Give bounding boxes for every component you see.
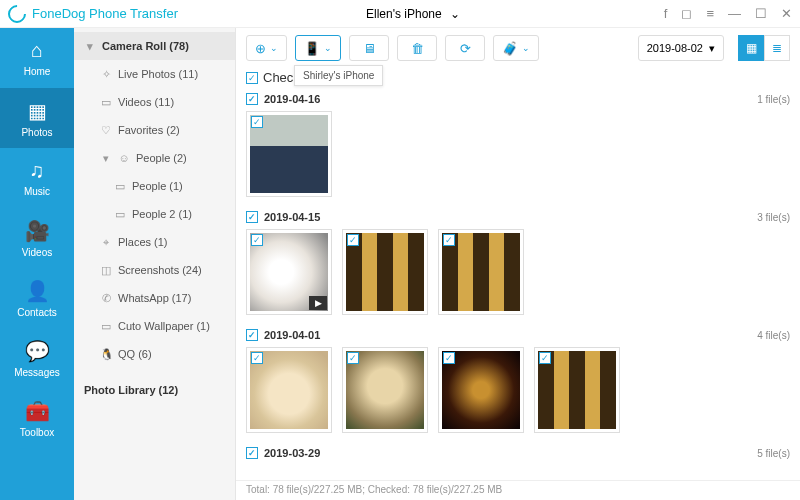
list-view-button[interactable]: ≣ [764, 35, 790, 61]
titlebar: FoneDog Phone Transfer Ellen's iPhone ⌄ … [0, 0, 800, 28]
photo-group: 2019-04-014 file(s) [246, 327, 790, 437]
sidebar-item[interactable]: ◫Screenshots (24) [74, 256, 235, 284]
photo-thumb[interactable] [246, 111, 332, 197]
menu-icon[interactable]: ≡ [706, 6, 714, 21]
photo-thumb[interactable] [342, 229, 428, 315]
photo-thumb[interactable] [534, 347, 620, 433]
photo-thumb[interactable] [438, 347, 524, 433]
sidebar-item-people[interactable]: ▾ ☺ People (2) [74, 144, 235, 172]
folder-icon: ♡ [100, 124, 112, 137]
nav-messages[interactable]: 💬Messages [0, 328, 74, 388]
app-logo-icon [4, 1, 29, 26]
photo-group: 2019-04-153 file(s)▶ [246, 209, 790, 319]
thumb-checkbox[interactable] [347, 234, 359, 246]
toolbar: ⊕ ⌄ 📱 ⌄ 🖥 🗑 ⟳ 🧳 ⌄ 2019-08-02 ▾ ▦ ≣ Shirl… [236, 28, 800, 68]
group-header[interactable]: 2019-03-295 file(s) [246, 445, 790, 461]
sidebar-item[interactable]: ✧Live Photos (11) [74, 60, 235, 88]
people-icon: ☺ [118, 152, 130, 164]
chevron-down-icon: ⌄ [450, 7, 460, 21]
status-bar: Total: 78 file(s)/227.25 MB; Checked: 78… [236, 480, 800, 500]
delete-button[interactable]: 🗑 [397, 35, 437, 61]
group-checkbox[interactable] [246, 447, 258, 459]
minimize-icon[interactable]: — [728, 6, 741, 21]
folder-icon: ✆ [100, 292, 112, 305]
refresh-button[interactable]: ⟳ [445, 35, 485, 61]
export-to-pc-button[interactable]: 🖥 [349, 35, 389, 61]
folder-icon: ▭ [100, 320, 112, 333]
contacts-icon: 👤 [25, 279, 50, 303]
photos-icon: ▦ [28, 99, 47, 123]
app-name: FoneDog Phone Transfer [32, 6, 178, 21]
photo-groups: 2019-04-161 file(s)2019-04-153 file(s)▶2… [236, 91, 800, 480]
video-badge-icon: ▶ [309, 296, 327, 310]
group-checkbox[interactable] [246, 329, 258, 341]
sidebar-item[interactable]: ▭Videos (11) [74, 88, 235, 116]
home-icon: ⌂ [31, 39, 43, 62]
sidebar-item[interactable]: ♡Favorites (2) [74, 116, 235, 144]
sidebar-item[interactable]: ▭People (1) [74, 172, 235, 200]
photo-thumb[interactable] [342, 347, 428, 433]
folder-icon: ▭ [100, 96, 112, 109]
facebook-icon[interactable]: f [664, 6, 668, 21]
group-checkbox[interactable] [246, 93, 258, 105]
thumb-checkbox[interactable] [443, 352, 455, 364]
folder-icon: 🐧 [100, 348, 112, 361]
photo-group: 2019-03-295 file(s) [246, 445, 790, 461]
maximize-icon[interactable]: ☐ [755, 6, 767, 21]
content-area: ⊕ ⌄ 📱 ⌄ 🖥 🗑 ⟳ 🧳 ⌄ 2019-08-02 ▾ ▦ ≣ Shirl… [236, 28, 800, 500]
date-picker[interactable]: 2019-08-02 ▾ [638, 35, 724, 61]
nav-contacts[interactable]: 👤Contacts [0, 268, 74, 328]
device-name: Ellen's iPhone [366, 7, 442, 21]
group-header[interactable]: 2019-04-014 file(s) [246, 327, 790, 343]
add-button[interactable]: ⊕ ⌄ [246, 35, 287, 61]
thumb-row: ▶ [246, 225, 790, 319]
check-all-checkbox[interactable] [246, 72, 258, 84]
nav-music[interactable]: ♫Music [0, 148, 74, 208]
thumb-checkbox[interactable] [539, 352, 551, 364]
thumb-checkbox[interactable] [251, 352, 263, 364]
nav-videos[interactable]: 🎥Videos [0, 208, 74, 268]
messages-icon: 💬 [25, 339, 50, 363]
photo-thumb[interactable] [246, 347, 332, 433]
folder-icon: ⌖ [100, 236, 112, 249]
thumb-row [246, 343, 790, 437]
nav-home[interactable]: ⌂Home [0, 28, 74, 88]
folder-icon: ◫ [100, 264, 112, 277]
thumb-checkbox[interactable] [251, 234, 263, 246]
photo-thumb[interactable] [438, 229, 524, 315]
dropdown-icon: ▾ [709, 42, 715, 55]
sidebar-root-camera-roll[interactable]: ▾ Camera Roll (78) [74, 32, 235, 60]
videos-icon: 🎥 [25, 219, 50, 243]
window-buttons: f ◻ ≡ — ☐ ✕ [664, 6, 792, 21]
sidebar-item[interactable]: ⌖Places (1) [74, 228, 235, 256]
folder-icon: ▭ [114, 208, 126, 221]
toolbox-icon: 🧰 [25, 399, 50, 423]
group-checkbox[interactable] [246, 211, 258, 223]
more-tools-button[interactable]: 🧳 ⌄ [493, 35, 539, 61]
sidebar-item[interactable]: 🐧QQ (6) [74, 340, 235, 368]
close-icon[interactable]: ✕ [781, 6, 792, 21]
device-dropdown[interactable]: Ellen's iPhone ⌄ [358, 7, 460, 21]
sidebar-item[interactable]: ▭People 2 (1) [74, 200, 235, 228]
group-header[interactable]: 2019-04-161 file(s) [246, 91, 790, 107]
transfer-tooltip: Shirley's iPhone [294, 65, 383, 86]
thumb-checkbox[interactable] [251, 116, 263, 128]
transfer-to-device-button[interactable]: 📱 ⌄ [295, 35, 341, 61]
folder-icon: ✧ [100, 68, 112, 81]
grid-view-button[interactable]: ▦ [738, 35, 764, 61]
thumb-checkbox[interactable] [347, 352, 359, 364]
sidebar-item[interactable]: ✆WhatsApp (17) [74, 284, 235, 312]
nav-toolbox[interactable]: 🧰Toolbox [0, 388, 74, 448]
collapse-icon: ▾ [84, 40, 96, 53]
feedback-icon[interactable]: ◻ [681, 6, 692, 21]
group-header[interactable]: 2019-04-153 file(s) [246, 209, 790, 225]
sidebar-item[interactable]: ▭Cuto Wallpaper (1) [74, 312, 235, 340]
nav-photos[interactable]: ▦Photos [0, 88, 74, 148]
music-icon: ♫ [30, 159, 45, 182]
thumb-checkbox[interactable] [443, 234, 455, 246]
photo-thumb[interactable]: ▶ [246, 229, 332, 315]
thumb-row [246, 107, 790, 201]
folder-icon: ▭ [114, 180, 126, 193]
main-nav: ⌂Home▦Photos♫Music🎥Videos👤Contacts💬Messa… [0, 28, 74, 500]
sidebar-photo-library[interactable]: Photo Library (12) [74, 376, 235, 404]
